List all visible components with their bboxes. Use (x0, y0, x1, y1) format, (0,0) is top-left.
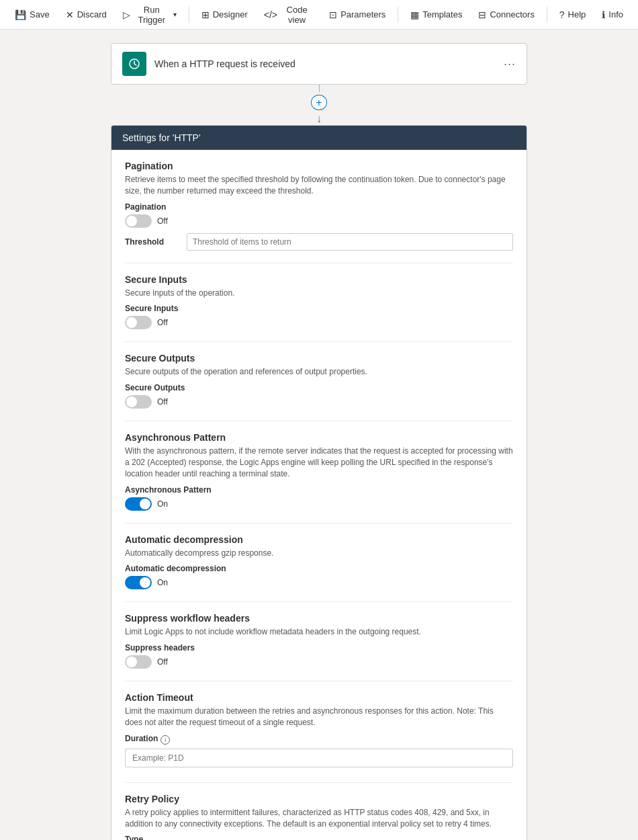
secure-outputs-desc: Secure outputs of the operation and refe… (125, 366, 513, 378)
action-timeout-desc: Limit the maximum duration between the r… (125, 706, 513, 728)
connectors-icon: ⊟ (478, 9, 486, 20)
run-trigger-chevron-icon: ▾ (173, 11, 177, 18)
divider-4 (125, 523, 513, 523)
auto-decomp-title: Automatic decompression (125, 534, 513, 545)
secure-inputs-toggle-label: Secure Inputs (125, 304, 513, 313)
async-pattern-toggle[interactable] (125, 497, 152, 511)
settings-header: Settings for 'HTTP' (111, 126, 527, 150)
suppress-headers-title: Suppress workflow headers (125, 613, 513, 624)
separator-3 (547, 7, 547, 23)
connector-line: + ↓ (311, 85, 327, 125)
divider-7 (125, 782, 513, 783)
divider-2 (125, 341, 513, 342)
save-button[interactable]: 💾 Save (8, 5, 56, 24)
canvas: When a HTTP request is received ··· + ↓ … (0, 30, 638, 840)
duration-label-row: Duration i (125, 734, 513, 746)
parameters-icon: ⊡ (329, 9, 337, 20)
auto-decomp-toggle-label: Automatic decompression (125, 564, 513, 573)
pagination-section: Pagination Retrieve items to meet the sp… (125, 161, 513, 251)
parameters-button[interactable]: ⊡ Parameters (322, 5, 392, 24)
duration-label: Duration (125, 734, 158, 743)
secure-inputs-title: Secure Inputs (125, 274, 513, 285)
suppress-headers-desc: Limit Logic Apps to not include workflow… (125, 626, 513, 638)
secure-outputs-section: Secure Outputs Secure outputs of the ope… (125, 353, 513, 409)
add-step-button[interactable]: + (311, 95, 327, 110)
secure-inputs-toggle[interactable] (125, 316, 152, 329)
run-icon: ▷ (123, 9, 130, 20)
trigger-more-button[interactable]: ··· (504, 57, 516, 71)
secure-inputs-desc: Secure inputs of the operation. (125, 288, 513, 299)
pagination-title: Pagination (125, 161, 513, 171)
duration-input[interactable] (125, 749, 513, 767)
designer-icon: ⊞ (201, 9, 210, 20)
toolbar: 💾 Save ✕ Discard ▷ Run Trigger ▾ ⊞ Desig… (0, 0, 638, 30)
separator-1 (189, 7, 189, 23)
auto-decomp-toggle-row: On (125, 576, 513, 589)
connectors-button[interactable]: ⊟ Connectors (471, 5, 541, 24)
suppress-headers-toggle-label: Suppress headers (125, 643, 513, 653)
templates-button[interactable]: ▦ Templates (404, 5, 469, 24)
info-button[interactable]: ℹ Info (595, 5, 630, 24)
auto-decomp-section: Automatic decompression Automatically de… (125, 534, 513, 590)
threshold-input[interactable] (187, 233, 513, 251)
info-icon: ℹ (602, 9, 605, 20)
async-pattern-toggle-row: On (125, 497, 513, 511)
divider-6 (125, 681, 513, 681)
secure-outputs-toggle-state: Off (157, 397, 168, 407)
retry-type-label: Type (125, 835, 513, 840)
secure-outputs-toggle[interactable] (125, 395, 152, 409)
duration-info-icon[interactable]: i (161, 735, 170, 745)
discard-button[interactable]: ✕ Discard (59, 5, 113, 24)
secure-inputs-section: Secure Inputs Secure inputs of the opera… (125, 274, 513, 330)
trigger-icon (122, 52, 146, 76)
auto-decomp-toggle[interactable] (125, 576, 152, 589)
trigger-card: When a HTTP request is received ··· (111, 43, 527, 85)
suppress-headers-toggle-state: Off (157, 657, 168, 667)
pagination-toggle-label: Pagination (125, 202, 513, 212)
suppress-headers-toggle[interactable] (125, 655, 152, 669)
help-button[interactable]: ? Help (553, 5, 593, 24)
secure-inputs-toggle-state: Off (157, 318, 168, 327)
auto-decomp-toggle-state: On (157, 578, 168, 587)
trigger-title: When a HTTP request is received (154, 58, 496, 69)
threshold-row: Threshold (125, 233, 513, 251)
divider-1 (125, 263, 513, 263)
retry-policy-title: Retry Policy (125, 794, 513, 804)
designer-button[interactable]: ⊞ Designer (195, 5, 255, 24)
run-trigger-button[interactable]: ▷ Run Trigger ▾ (116, 1, 183, 29)
secure-outputs-toggle-row: Off (125, 395, 513, 409)
save-icon: 💾 (15, 9, 26, 20)
pagination-toggle-row: Off (125, 214, 513, 228)
code-icon: </> (264, 9, 277, 20)
secure-outputs-title: Secure Outputs (125, 353, 513, 364)
async-pattern-toggle-state: On (157, 499, 168, 509)
action-timeout-section: Action Timeout Limit the maximum duratio… (125, 692, 513, 770)
retry-policy-section: Retry Policy A retry policy applies to i… (125, 794, 513, 840)
async-pattern-title: Asynchronous Pattern (125, 432, 513, 443)
async-pattern-desc: With the asynchronous pattern, if the re… (125, 446, 513, 479)
pagination-toggle[interactable] (125, 214, 152, 228)
secure-inputs-toggle-row: Off (125, 316, 513, 329)
retry-policy-desc: A retry policy applies to intermittent f… (125, 807, 513, 830)
async-pattern-toggle-label: Asynchronous Pattern (125, 485, 513, 495)
async-pattern-section: Asynchronous Pattern With the asynchrono… (125, 432, 513, 510)
divider-3 (125, 421, 513, 421)
suppress-headers-section: Suppress workflow headers Limit Logic Ap… (125, 613, 513, 669)
action-timeout-title: Action Timeout (125, 692, 513, 703)
arrow-down-icon: ↓ (316, 113, 322, 125)
separator-2 (398, 7, 398, 23)
settings-body: Pagination Retrieve items to meet the sp… (111, 150, 527, 840)
secure-outputs-toggle-label: Secure Outputs (125, 383, 513, 392)
pagination-desc: Retrieve items to meet the specified thr… (125, 174, 513, 197)
help-icon: ? (559, 9, 565, 20)
pagination-toggle-state: Off (157, 216, 168, 226)
discard-icon: ✕ (66, 9, 74, 20)
auto-decomp-desc: Automatically decompress gzip response. (125, 548, 513, 559)
settings-panel: Settings for 'HTTP' Pagination Retrieve … (111, 125, 527, 840)
suppress-headers-toggle-row: Off (125, 655, 513, 669)
templates-icon: ▦ (410, 9, 419, 20)
threshold-label: Threshold (125, 237, 179, 247)
divider-5 (125, 601, 513, 602)
code-view-button[interactable]: </> Code view (257, 1, 320, 29)
